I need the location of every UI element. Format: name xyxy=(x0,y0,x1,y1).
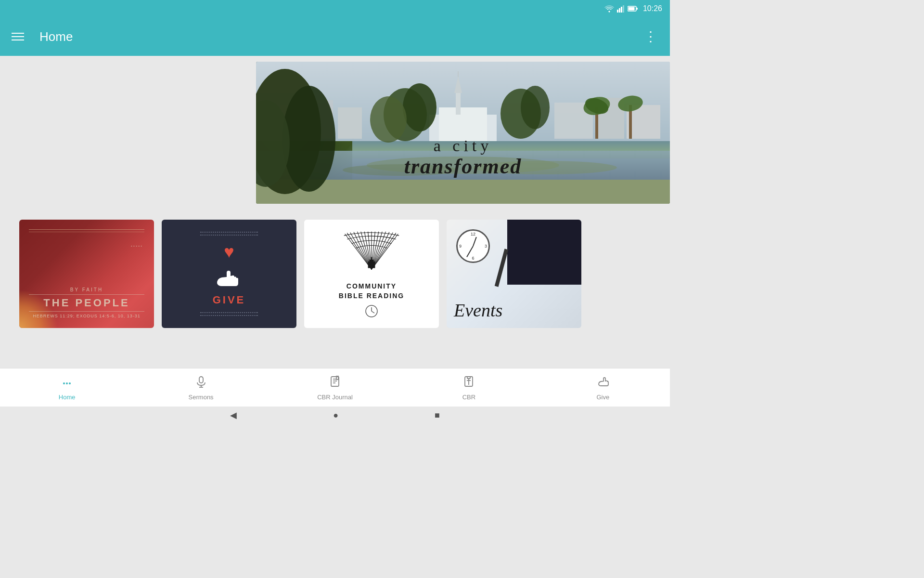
status-bar: 10:26 xyxy=(0,0,670,17)
svg-rect-18 xyxy=(458,71,459,77)
svg-rect-54 xyxy=(368,262,375,268)
svg-line-37 xyxy=(345,234,372,269)
svg-rect-0 xyxy=(617,10,618,13)
people-card-text: By Faith THE PEOPLE HEBREWS 11:29; EXODU… xyxy=(29,287,144,318)
journal-icon xyxy=(328,375,342,392)
microphone-icon xyxy=(194,375,208,392)
svg-rect-15 xyxy=(439,107,487,141)
back-button[interactable]: ◀ xyxy=(230,410,237,420)
nav-item-cbr[interactable]: CBR xyxy=(402,375,536,401)
status-icons: 10:26 xyxy=(604,4,662,13)
svg-rect-66 xyxy=(331,377,339,386)
give-hand-svg xyxy=(212,264,246,288)
card-events[interactable]: 12 3 6 9 Events xyxy=(447,220,581,328)
page-title: Home xyxy=(39,29,644,44)
people-card-title: THE PEOPLE xyxy=(29,294,144,312)
main-content: a city transformed • • • • • By Faith TH… xyxy=(0,56,670,376)
hero-text-line2: transformed xyxy=(404,155,522,178)
clock-hour-hand xyxy=(473,237,477,246)
hero-svg xyxy=(256,62,670,204)
cbr-card-text: COMMUNITY BIBLE READING xyxy=(339,282,404,301)
svg-rect-6 xyxy=(636,8,638,10)
clock-time: 10:26 xyxy=(643,4,662,13)
cbr-logo xyxy=(343,230,400,278)
give-card-icon: ♥ xyxy=(212,242,246,288)
hero-banner: a city transformed xyxy=(256,62,670,204)
svg-point-20 xyxy=(403,83,436,131)
nav-label-sermons: Sermons xyxy=(189,394,214,401)
svg-line-53 xyxy=(372,234,398,269)
events-pen xyxy=(495,249,508,287)
hero-scene: a city transformed xyxy=(256,62,670,204)
cbr-clock-icon xyxy=(365,304,378,318)
hero-text-line1: a city xyxy=(404,137,522,155)
nav-label-cbr-journal: CBR Journal xyxy=(317,394,353,401)
nav-label-home: Home xyxy=(59,394,76,401)
nav-label-cbr: CBR xyxy=(462,394,475,401)
svg-point-21 xyxy=(370,96,407,143)
home-icon xyxy=(60,375,74,392)
svg-line-59 xyxy=(372,311,374,313)
app-bar: Home ⋮ xyxy=(0,17,670,56)
events-card-photo: 12 3 6 9 Events xyxy=(447,220,581,328)
svg-point-32 xyxy=(282,86,335,192)
svg-rect-16 xyxy=(456,91,461,115)
bottom-nav: Home Sermons CBR Journal xyxy=(0,368,670,407)
hero-text: a city transformed xyxy=(404,137,522,178)
people-card-verse: HEBREWS 11:29; EXODUS 14:5-6, 10, 13-31 xyxy=(29,314,144,318)
events-card-label: Events xyxy=(454,300,502,321)
nav-item-home[interactable]: Home xyxy=(0,375,134,401)
system-nav: ◀ ● ■ xyxy=(0,407,670,424)
give-nav-icon xyxy=(596,375,610,392)
svg-rect-74 xyxy=(467,377,470,379)
svg-rect-56 xyxy=(371,257,372,260)
more-options-button[interactable]: ⋮ xyxy=(644,30,658,43)
svg-rect-5 xyxy=(628,7,634,11)
card-cbr[interactable]: COMMUNITY BIBLE READING xyxy=(304,220,439,328)
svg-point-61 xyxy=(66,382,68,384)
signal-icon xyxy=(617,5,625,13)
nav-item-sermons[interactable]: Sermons xyxy=(134,375,268,401)
give-card-lines-bottom xyxy=(200,312,258,316)
recents-button[interactable]: ■ xyxy=(435,410,440,420)
give-heart-icon: ♥ xyxy=(224,242,234,262)
battery-icon xyxy=(628,5,638,12)
svg-rect-2 xyxy=(621,7,622,13)
home-button[interactable]: ● xyxy=(333,410,338,420)
events-clock: 12 3 6 9 xyxy=(456,229,490,263)
svg-rect-10 xyxy=(338,107,362,139)
cards-row: • • • • • By Faith THE PEOPLE HEBREWS 11… xyxy=(0,220,670,330)
svg-point-23 xyxy=(521,86,550,129)
nav-item-give[interactable]: Give xyxy=(536,375,670,401)
svg-rect-1 xyxy=(619,8,620,13)
card-give[interactable]: ♥ GIVE xyxy=(162,220,296,328)
cbr-line2: BIBLE READING xyxy=(339,291,404,301)
card-people[interactable]: • • • • • By Faith THE PEOPLE HEBREWS 11… xyxy=(19,220,154,328)
cross-icon xyxy=(462,375,475,392)
hamburger-menu-button[interactable] xyxy=(12,33,24,40)
svg-point-60 xyxy=(63,382,65,384)
cbr-rays-svg xyxy=(343,230,400,278)
cbr-line1: COMMUNITY xyxy=(339,282,404,291)
nav-item-cbr-journal[interactable]: CBR Journal xyxy=(268,375,402,401)
svg-point-62 xyxy=(69,382,71,384)
give-card-lines-top xyxy=(200,232,258,236)
give-card-label: GIVE xyxy=(213,294,246,306)
svg-rect-63 xyxy=(199,377,203,383)
events-dark-bg xyxy=(507,220,581,285)
wifi-icon xyxy=(604,5,614,13)
svg-rect-3 xyxy=(623,5,624,13)
people-card-subtitle: By Faith xyxy=(29,287,144,292)
people-card-dots: • • • • • xyxy=(131,244,142,248)
nav-label-give: Give xyxy=(596,394,609,401)
